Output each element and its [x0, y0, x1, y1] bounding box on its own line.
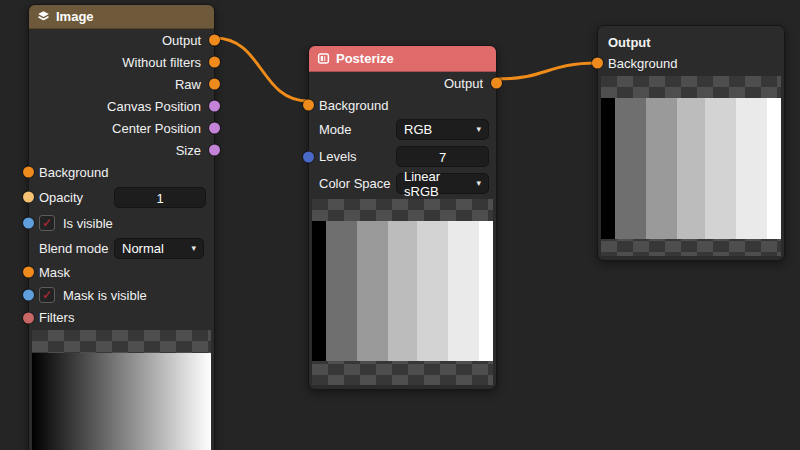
port-label: Canvas Position — [107, 99, 201, 114]
opacity-port[interactable] — [23, 192, 34, 203]
image-node-preview — [32, 330, 211, 450]
row-color-space: Color Space Linear sRGB ▾ — [309, 170, 496, 197]
port-row-is-visible: ✓ Is visible — [29, 211, 214, 235]
output-node-preview — [601, 76, 781, 256]
color-space-label: Color Space — [319, 176, 391, 191]
output-node-title: Output — [608, 35, 651, 50]
size-port[interactable] — [209, 145, 220, 156]
layers-icon — [37, 10, 50, 23]
output-port[interactable] — [209, 35, 220, 46]
port-label: Output — [162, 33, 201, 48]
blend-mode-value: Normal — [122, 241, 164, 256]
port-label: Output — [444, 76, 483, 91]
chevron-down-icon: ▾ — [476, 125, 481, 134]
row-blend-mode: Blend mode Normal ▾ — [29, 235, 214, 261]
port-label: Without filters — [122, 55, 201, 70]
port-label: Raw — [175, 77, 201, 92]
color-space-value: Linear sRGB — [404, 169, 476, 199]
chevron-down-icon: ▾ — [191, 244, 196, 253]
posterized-image — [601, 98, 781, 239]
port-row-background: Background — [598, 52, 784, 74]
background-port[interactable] — [303, 100, 314, 111]
background-port[interactable] — [23, 167, 34, 178]
port-label: Background — [319, 98, 388, 113]
center-position-port[interactable] — [209, 123, 220, 134]
is-visible-port[interactable] — [23, 218, 34, 229]
color-space-dropdown[interactable]: Linear sRGB ▾ — [396, 173, 489, 194]
port-row-background: Background — [309, 94, 496, 116]
check-icon: ✓ — [42, 288, 52, 302]
is-visible-checkbox[interactable]: ✓ — [39, 215, 55, 231]
port-row-output: Output — [309, 72, 496, 94]
port-label: Mask is visible — [63, 288, 147, 303]
port-label: Background — [608, 56, 677, 71]
port-label: Filters — [39, 310, 74, 325]
image-node[interactable]: Image Output Without filters Raw Canvas … — [28, 4, 215, 450]
port-row-filters: Filters — [29, 307, 214, 328]
posterize-node[interactable]: Posterize Output Background Mode RGB ▾ L… — [308, 45, 497, 390]
output-port[interactable] — [491, 78, 502, 89]
posterized-image — [312, 221, 493, 361]
port-row-raw: Raw — [29, 73, 214, 95]
mode-value: RGB — [404, 122, 432, 137]
mask-port[interactable] — [23, 267, 34, 278]
levels-input[interactable]: 7 — [396, 146, 489, 167]
image-node-header[interactable]: Image — [29, 5, 214, 29]
port-label: Is visible — [63, 216, 113, 231]
mode-dropdown[interactable]: RGB ▾ — [396, 119, 489, 140]
output-node[interactable]: Output Background — [597, 25, 785, 261]
port-label: Background — [39, 165, 108, 180]
levels-label: Levels — [319, 149, 357, 164]
chevron-down-icon: ▾ — [476, 179, 481, 188]
port-row-background: Background — [29, 161, 214, 183]
posterize-icon — [317, 52, 330, 65]
posterize-node-title: Posterize — [336, 51, 394, 66]
port-row-output: Output — [29, 29, 214, 51]
port-row-levels: Levels 7 — [309, 143, 496, 170]
image-preview-gradient — [32, 353, 211, 450]
port-label: Size — [176, 143, 201, 158]
port-row-without-filters: Without filters — [29, 51, 214, 73]
blend-mode-dropdown[interactable]: Normal ▾ — [114, 238, 204, 259]
blend-mode-label: Blend mode — [39, 241, 108, 256]
opacity-input[interactable]: 1 — [114, 187, 206, 208]
levels-port[interactable] — [303, 151, 314, 162]
posterize-node-preview — [312, 199, 493, 385]
raw-port[interactable] — [209, 79, 220, 90]
filters-port[interactable] — [23, 312, 34, 323]
port-row-mask-is-visible: ✓ Mask is visible — [29, 283, 214, 307]
check-icon: ✓ — [42, 216, 52, 230]
image-node-title: Image — [56, 9, 94, 24]
wire-posterize-output-to-output-background[interactable] — [497, 63, 597, 79]
without-filters-port[interactable] — [209, 57, 220, 68]
wire-image-output-to-posterize-background[interactable] — [215, 38, 308, 101]
port-row-size: Size — [29, 139, 214, 161]
port-row-opacity: Opacity 1 — [29, 183, 214, 211]
mask-is-visible-checkbox[interactable]: ✓ — [39, 287, 55, 303]
port-label: Mask — [39, 265, 70, 280]
mode-label: Mode — [319, 122, 352, 137]
output-node-title-row: Output — [598, 26, 784, 52]
canvas-position-port[interactable] — [209, 101, 220, 112]
port-row-canvas-position: Canvas Position — [29, 95, 214, 117]
background-port[interactable] — [592, 58, 603, 69]
port-label: Center Position — [112, 121, 201, 136]
port-label: Opacity — [39, 190, 83, 205]
row-mode: Mode RGB ▾ — [309, 116, 496, 143]
mask-is-visible-port[interactable] — [23, 290, 34, 301]
port-row-center-position: Center Position — [29, 117, 214, 139]
posterize-node-header[interactable]: Posterize — [309, 46, 496, 72]
port-row-mask: Mask — [29, 261, 214, 283]
